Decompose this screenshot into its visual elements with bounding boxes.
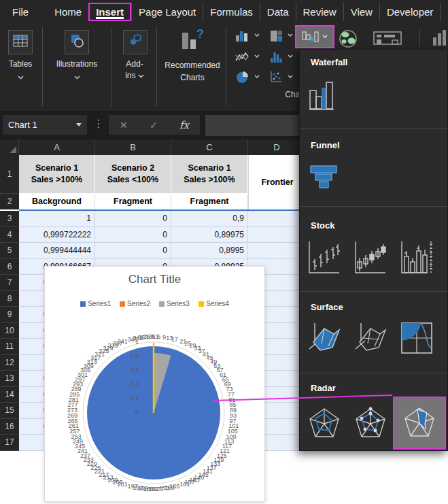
- name-box[interactable]: Chart 1: [3, 115, 87, 135]
- cell-a2[interactable]: Background: [19, 194, 95, 209]
- legend-item[interactable]: Series3: [159, 300, 190, 307]
- row-header-14[interactable]: 14: [0, 387, 19, 403]
- cancel-icon[interactable]: ✕: [120, 120, 128, 131]
- cell-b3[interactable]: 0: [95, 211, 171, 227]
- cell-c1[interactable]: Scenario 1Sales >100%: [171, 155, 248, 194]
- chevron-down-icon[interactable]: [76, 123, 82, 127]
- legend-item[interactable]: Series2: [120, 300, 150, 307]
- chevron-down-icon[interactable]: [254, 54, 260, 59]
- chevron-down-icon[interactable]: [254, 33, 260, 38]
- cell-a5[interactable]: 0,999444444: [19, 243, 95, 259]
- category-label: 197: [128, 483, 138, 490]
- column-header-d[interactable]: D: [248, 139, 306, 155]
- cell-d4[interactable]: [248, 227, 306, 243]
- insert-hierarchy-chart-button[interactable]: [269, 29, 283, 43]
- insert-statistic-chart-button[interactable]: [269, 50, 283, 64]
- tab-help[interactable]: Help: [440, 3, 448, 21]
- row-header-5[interactable]: 5: [0, 243, 19, 259]
- cell-a4[interactable]: 0,999722222: [19, 227, 95, 243]
- globe-icon: [338, 29, 358, 49]
- more-options-icon[interactable]: ⋮: [93, 117, 104, 130]
- tab-page-layout[interactable]: Page Layout: [131, 3, 203, 21]
- 3d-map-button[interactable]: [433, 29, 448, 47]
- insert-waterfall-chart-button[interactable]: [295, 25, 334, 48]
- pivotchart-button[interactable]: [373, 30, 404, 48]
- select-all-corner[interactable]: [0, 139, 19, 155]
- row-header-8[interactable]: 8: [0, 291, 19, 307]
- stock-volume-high-low-close-option[interactable]: [399, 239, 434, 280]
- tab-insert[interactable]: Insert: [88, 3, 131, 21]
- insert-line-chart-button[interactable]: [235, 50, 249, 64]
- tab-developer[interactable]: Developer: [379, 3, 440, 21]
- row-header-3[interactable]: 3: [0, 211, 19, 227]
- section-title-radar: Radar: [311, 383, 336, 393]
- row-header-15[interactable]: 15: [0, 403, 19, 419]
- insert-pie-chart-button[interactable]: [235, 70, 249, 84]
- tab-file[interactable]: File: [5, 3, 35, 21]
- chevron-down-icon: [0, 71, 41, 83]
- insert-scatter-chart-button[interactable]: [269, 70, 283, 84]
- column-header-a[interactable]: A: [19, 139, 95, 155]
- row-header-13[interactable]: 13: [0, 371, 19, 387]
- enter-icon[interactable]: ✓: [150, 120, 158, 131]
- tables-button[interactable]: [8, 30, 33, 54]
- tab-data[interactable]: Data: [260, 3, 296, 21]
- maps-button[interactable]: [337, 29, 360, 49]
- radar-with-markers-option[interactable]: [354, 406, 387, 444]
- cell-d5[interactable]: [248, 243, 306, 259]
- recommended-charts-label-line1: Recommended: [158, 60, 226, 71]
- cell-c3[interactable]: 0,9: [171, 211, 248, 227]
- funnel-chart-option[interactable]: [309, 164, 339, 194]
- filled-radar-option-selected[interactable]: [393, 397, 446, 450]
- surface-contour-option[interactable]: [399, 319, 434, 360]
- chart-title[interactable]: Chart Title: [45, 273, 264, 286]
- insert-column-chart-button[interactable]: [235, 29, 249, 43]
- row-header-2[interactable]: 2: [0, 194, 19, 209]
- cell-b2[interactable]: Fragment: [95, 194, 171, 209]
- insert-function-icon[interactable]: fx: [179, 119, 189, 131]
- chart-preview[interactable]: Chart Title Series1Series2Series3Series4…: [44, 266, 265, 502]
- stock-open-high-low-close-option[interactable]: [353, 239, 388, 280]
- add-ins-button[interactable]: [123, 30, 148, 54]
- row-header-7[interactable]: 7: [0, 275, 19, 291]
- cell-c5[interactable]: 0,8995: [171, 243, 248, 259]
- illustrations-button[interactable]: [65, 30, 89, 54]
- surface-wireframe-option[interactable]: [353, 319, 388, 360]
- tab-formulas[interactable]: Formulas: [203, 3, 260, 21]
- legend-item[interactable]: Series1: [80, 300, 111, 307]
- chevron-down-icon[interactable]: [287, 33, 294, 38]
- chevron-down-icon[interactable]: [287, 54, 294, 59]
- waterfall-chart-option[interactable]: [308, 80, 341, 115]
- row-header-4[interactable]: 4: [0, 227, 19, 243]
- row-header-11[interactable]: 11: [0, 339, 19, 355]
- row-header-17[interactable]: 17: [0, 435, 19, 451]
- radar-chart-option[interactable]: [308, 406, 341, 444]
- cell-c4[interactable]: 0,89975: [171, 227, 248, 243]
- cell-b5[interactable]: 0: [95, 243, 171, 259]
- chevron-down-icon[interactable]: [254, 74, 260, 80]
- chevron-down-icon[interactable]: [287, 74, 294, 80]
- column-header-b[interactable]: B: [95, 139, 171, 155]
- cell-d3[interactable]: [248, 211, 306, 227]
- row-header-1[interactable]: 1: [0, 155, 19, 194]
- tab-review[interactable]: Review: [296, 3, 343, 21]
- row-header-10[interactable]: 10: [0, 323, 19, 339]
- row-header-16[interactable]: 16: [0, 419, 19, 435]
- cell-b1[interactable]: Scenario 2Sales <100%: [95, 155, 171, 194]
- scatter-chart-icon: [270, 71, 283, 84]
- legend-item[interactable]: Series4: [199, 300, 229, 307]
- stock-high-low-close-option[interactable]: [307, 239, 342, 280]
- cell-a1[interactable]: Scenario 1Sales >100%: [19, 155, 95, 194]
- cell-a3[interactable]: 1: [19, 211, 95, 227]
- surface-3d-option[interactable]: [307, 319, 342, 360]
- row-header-12[interactable]: 12: [0, 355, 19, 371]
- cell-c2[interactable]: Fragment: [171, 194, 248, 209]
- column-header-c[interactable]: C: [171, 139, 248, 155]
- row-header-6[interactable]: 6: [0, 259, 19, 275]
- tab-view[interactable]: View: [343, 3, 379, 21]
- cell-d1-frontier[interactable]: Frontier: [248, 155, 306, 209]
- tab-home[interactable]: Home: [48, 3, 88, 21]
- cell-b4[interactable]: 0: [95, 227, 171, 243]
- recommended-charts-button[interactable]: ?: [180, 29, 205, 54]
- row-header-9[interactable]: 9: [0, 307, 19, 323]
